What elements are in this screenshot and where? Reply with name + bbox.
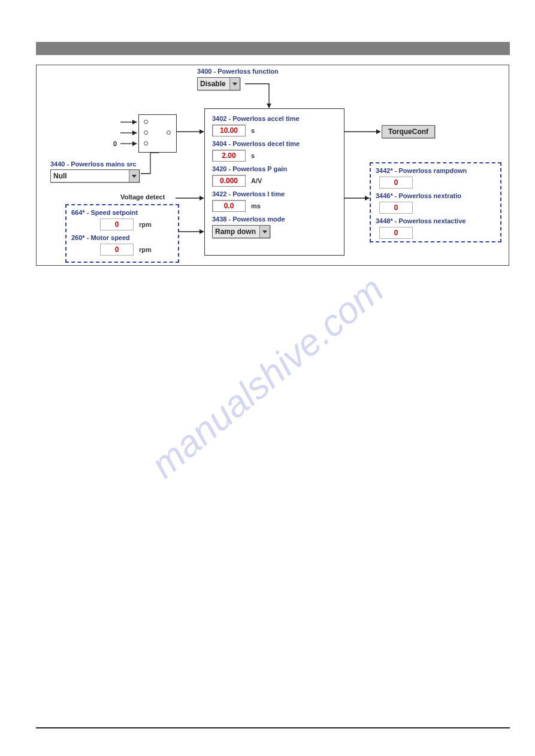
param-260-unit: rpm [139, 246, 152, 253]
param-3422-label: 3422 - Powerloss I time [212, 190, 285, 198]
param-3440-value: Null [51, 170, 129, 182]
switch-zero-label: 0 [113, 140, 117, 147]
param-3438-dropdown[interactable]: Ramp down [212, 225, 270, 238]
param-3400-value: Disable [198, 78, 229, 90]
param-664-value: 0 [100, 218, 134, 230]
selector-switch [138, 114, 177, 153]
param-260-value: 0 [100, 244, 134, 256]
param-3400-label: 3400 - Powerloss function [197, 68, 279, 75]
chevron-down-icon [229, 78, 240, 90]
param-3402-value[interactable]: 10.00 [212, 125, 246, 136]
speed-readouts-box: 664* - Speed setpoint 0 rpm 260* - Motor… [65, 204, 179, 263]
torqueconf-button[interactable]: TorqueConf [382, 125, 435, 138]
chevron-down-icon [129, 170, 139, 182]
header-bar [36, 42, 510, 55]
param-3440-dropdown[interactable]: Null [50, 169, 140, 183]
param-3422-unit: ms [251, 202, 261, 210]
chevron-down-icon [259, 226, 270, 238]
param-3402-unit: s [251, 127, 255, 134]
document-page: 3400 - Powerloss function Disable 0 3440… [0, 0, 535, 756]
param-3438-value: Ramp down [213, 226, 259, 238]
param-3422-value[interactable]: 0.0 [212, 200, 246, 212]
param-3404-label: 3404 - Powerloss decel time [212, 140, 300, 147]
param-3446-value: 0 [379, 202, 413, 214]
param-3400-dropdown[interactable]: Disable [197, 77, 240, 90]
param-3402-label: 3402 - Powerloss accel time [212, 115, 300, 122]
voltage-detect-label: Voltage detect [120, 193, 165, 201]
param-260-label: 260* - Motor speed [71, 234, 130, 241]
watermark-text: manualshive.com [143, 268, 391, 486]
param-3446-label: 3446* - Powerloss nextratio [376, 192, 461, 199]
param-3438-label: 3438 - Powerloss mode [212, 215, 285, 223]
powerloss-outputs-box: 3442* - Powerloss rampdown 0 3446* - Pow… [370, 162, 501, 242]
powerloss-params-box: 3402 - Powerloss accel time 10.00 s 3404… [204, 108, 344, 256]
param-3442-value: 0 [379, 177, 413, 189]
param-3404-unit: s [251, 152, 255, 159]
param-664-label: 664* - Speed setpoint [71, 209, 138, 216]
param-3404-value[interactable]: 2.00 [212, 150, 246, 162]
param-3420-value[interactable]: 0.000 [212, 175, 246, 187]
param-3420-unit: A/V [251, 177, 262, 184]
param-3442-label: 3442* - Powerloss rampdown [376, 167, 467, 174]
param-3420-label: 3420 - Powerloss P gain [212, 165, 287, 172]
param-3440-label: 3440 - Powerloss mains src [50, 160, 137, 168]
footer-rule [36, 727, 510, 728]
param-3448-label: 3448* - Powerloss nextactive [376, 217, 466, 224]
param-664-unit: rpm [139, 221, 152, 228]
diagram-frame: 3400 - Powerloss function Disable 0 3440… [36, 65, 509, 266]
param-3448-value: 0 [379, 227, 413, 239]
